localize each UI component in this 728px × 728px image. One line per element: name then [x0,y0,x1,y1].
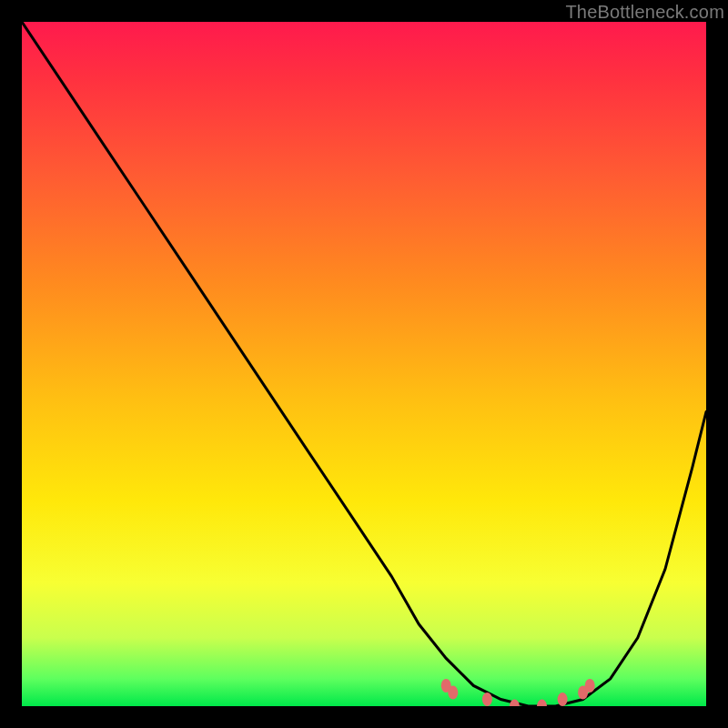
marker-flat-mid-d [558,693,568,706]
chart-frame [22,22,706,706]
bottleneck-curve-path [22,22,706,706]
marker-flat-mid-a [482,693,492,706]
marker-flat-end-b [585,679,595,693]
watermark-text: TheBottleneck.com [565,2,724,23]
bottleneck-chart [22,22,706,706]
marker-flat-start-b [448,686,458,700]
marker-flat-mid-c [537,700,547,707]
marker-flat-mid-b [510,700,520,707]
